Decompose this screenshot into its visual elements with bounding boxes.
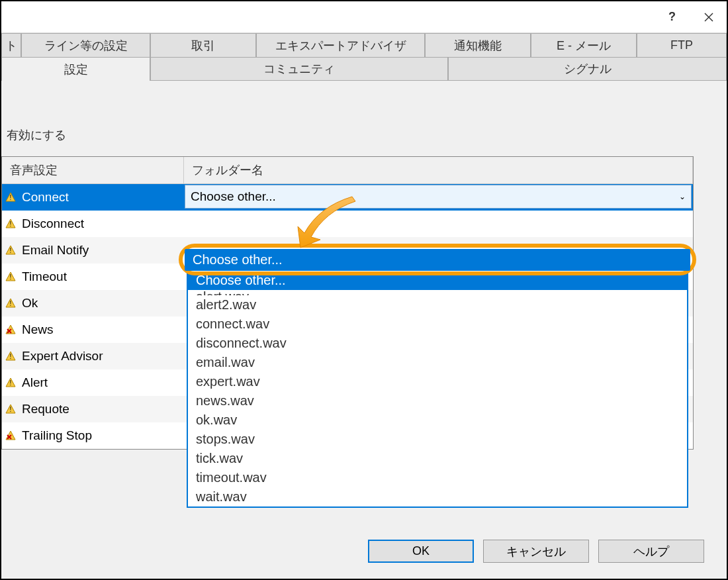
cancel-button[interactable]: キャンセル: [483, 540, 589, 563]
svg-text:!: !: [10, 300, 12, 307]
dropdown-list[interactable]: Choose other... alert.wav alert2.wav con…: [187, 269, 688, 508]
annotation-label: Choose other...: [185, 249, 690, 271]
row-label: Expert Advisor: [22, 349, 103, 363]
dropdown-item[interactable]: news.wav: [188, 391, 687, 411]
svg-text:!: !: [10, 194, 12, 201]
warning-icon: !: [5, 244, 17, 256]
tab-trading[interactable]: 取引: [150, 33, 256, 57]
close-button[interactable]: [690, 1, 727, 33]
dropdown-item[interactable]: wait.wav: [188, 487, 687, 507]
title-bar: ?: [1, 1, 727, 33]
tab-settings-active[interactable]: 設定: [1, 57, 150, 81]
tab-container: ト ライン等の設定 取引 エキスパートアドバイザ 通知機能 E - メール FT…: [1, 33, 727, 81]
dropdown-item[interactable]: tick.wav: [188, 449, 687, 468]
tab-line-settings[interactable]: ライン等の設定: [21, 33, 150, 57]
tab-signal[interactable]: シグナル: [448, 57, 727, 81]
annotation-highlight: Choose other...: [179, 244, 696, 275]
tab-expert-advisor[interactable]: エキスパートアドバイザ: [256, 33, 425, 57]
close-icon: [704, 13, 713, 22]
tab-community[interactable]: コミュニティ: [150, 57, 448, 81]
warning-icon: !: [5, 271, 17, 283]
options-dialog: ? ト ライン等の設定 取引 エキスパートアドバイザ 通知機能 E - メール …: [0, 0, 728, 580]
warning-icon: !: [5, 403, 17, 415]
dropdown-item[interactable]: alert2.wav: [188, 295, 687, 314]
tab-email[interactable]: E - メール: [531, 33, 637, 57]
warning-icon: !: [5, 218, 17, 230]
row-label: Timeout: [22, 269, 67, 284]
dropdown-item[interactable]: disconnect.wav: [188, 334, 687, 353]
dropdown-item[interactable]: stops.wav: [188, 430, 687, 449]
svg-text:!: !: [10, 247, 12, 254]
row-label: News: [22, 322, 54, 337]
row-label: Alert: [22, 375, 48, 390]
header-folder[interactable]: フォルダー名: [184, 157, 693, 183]
tabs-row-1: ト ライン等の設定 取引 エキスパートアドバイザ 通知機能 E - メール FT…: [1, 33, 727, 57]
row-label: Ok: [22, 296, 38, 311]
folder-dropdown-field[interactable]: Choose other... ⌄: [185, 185, 692, 209]
svg-text:!: !: [10, 379, 12, 387]
tab-partial[interactable]: ト: [1, 33, 21, 57]
warning-icon: !: [5, 191, 17, 203]
chevron-down-icon: ⌄: [679, 192, 686, 201]
dropdown-item[interactable]: ok.wav: [188, 411, 687, 430]
warning-icon: !: [5, 377, 17, 389]
tab-notifications[interactable]: 通知機能: [425, 33, 531, 57]
tabs-row-2: 設定 コミュニティ シグナル: [1, 57, 727, 81]
svg-text:!: !: [10, 406, 12, 413]
tab-ftp[interactable]: FTP: [637, 33, 727, 57]
help-button[interactable]: ?: [654, 1, 690, 33]
warning-x-icon: [5, 324, 17, 336]
dropdown-item[interactable]: timeout.wav: [188, 468, 687, 487]
dropdown-item[interactable]: expert.wav: [188, 372, 687, 391]
header-sound[interactable]: 音声設定: [2, 157, 184, 183]
dropdown-item[interactable]: connect.wav: [188, 314, 687, 334]
row-label: Requote: [22, 402, 69, 416]
svg-text:!: !: [10, 220, 12, 228]
warning-x-icon: [5, 430, 17, 442]
enable-label: 有効にする: [1, 94, 727, 156]
row-label: Connect: [22, 190, 69, 205]
help-button[interactable]: ヘルプ: [598, 540, 704, 563]
dropdown-item[interactable]: email.wav: [188, 353, 687, 372]
button-bar: OK キャンセル ヘルプ: [368, 540, 704, 563]
dropdown-item[interactable]: alert.wav: [188, 290, 687, 295]
warning-icon: !: [5, 350, 17, 362]
row-label: Trailing Stop: [22, 428, 92, 443]
row-label: Disconnect: [22, 217, 84, 231]
table-header: 音声設定 フォルダー名: [2, 157, 693, 184]
warning-icon: !: [5, 297, 17, 309]
dropdown-value: Choose other...: [191, 189, 276, 204]
annotation-arrow-icon: [286, 193, 365, 253]
svg-text:!: !: [10, 353, 12, 360]
svg-text:!: !: [10, 273, 12, 281]
row-label: Email Notify: [22, 243, 89, 258]
ok-button[interactable]: OK: [368, 540, 474, 563]
